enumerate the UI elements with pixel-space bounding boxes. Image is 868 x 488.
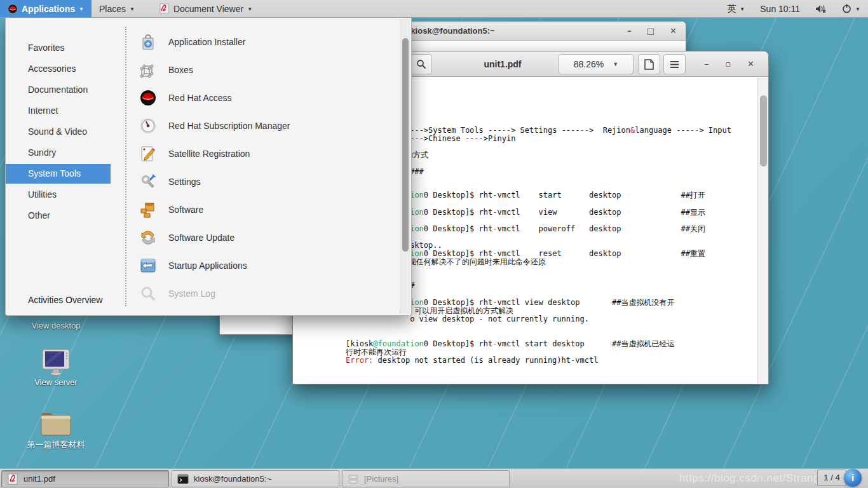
menu-separator xyxy=(125,27,126,306)
app-installer-icon xyxy=(139,33,157,51)
power-menu-button[interactable]: ▼ xyxy=(834,0,868,17)
caret-down-icon: ▼ xyxy=(79,6,84,12)
input-source-label: 英 xyxy=(727,3,736,15)
applications-menu-button[interactable]: Applications ▼ xyxy=(0,0,92,17)
app-item-label: Red Hat Access xyxy=(168,93,232,103)
volume-muted-icon xyxy=(815,4,827,14)
places-label: Places xyxy=(99,4,126,14)
category-item-system-tools[interactable]: System Tools xyxy=(6,164,111,184)
app-item-label: Boxes xyxy=(168,65,193,75)
search-button[interactable] xyxy=(410,54,432,74)
app-item-label: Satellite Registration xyxy=(168,149,250,159)
app-item-software[interactable]: Software xyxy=(139,198,393,221)
places-menu-button[interactable]: Places ▼ xyxy=(92,0,142,17)
category-item-other[interactable]: Other xyxy=(6,206,111,226)
minimize-icon[interactable]: – xyxy=(627,27,632,35)
redhat-access-icon xyxy=(139,89,157,107)
taskbar-item-unit1-pdf[interactable]: unit1.pdf xyxy=(1,470,169,487)
app-menu-button[interactable]: Document Viewer ▼ xyxy=(151,0,260,17)
app-item-settings[interactable]: Settings xyxy=(139,170,393,193)
applications-label: Applications xyxy=(22,4,75,14)
menu-scrollbar[interactable] xyxy=(400,19,410,314)
taskbar-item-label: kiosk@foundation5:~ xyxy=(194,474,271,484)
folder-icon xyxy=(21,410,91,438)
category-item-utilities[interactable]: Utilities xyxy=(6,185,111,205)
desktop-icon-第一篇博客材料[interactable]: 第一篇博客材料 xyxy=(21,410,91,451)
settings-icon xyxy=(139,173,157,191)
app-item-label: Startup Applications xyxy=(168,261,247,271)
workspace-indicator[interactable]: 1 / 4 xyxy=(817,470,846,486)
software-update-icon xyxy=(139,229,157,247)
app-item-application-installer[interactable]: Application Installer xyxy=(139,30,393,53)
top-bar: Applications ▼ Places ▼ Document Viewer … xyxy=(0,0,868,18)
satellite-registration-icon xyxy=(139,145,157,163)
redhat-logo-icon xyxy=(8,4,18,14)
caret-down-icon: ▼ xyxy=(855,6,860,12)
app-item-software-update[interactable]: Software Update xyxy=(139,226,393,249)
zoom-level-dropdown[interactable]: 88.26% ▼ xyxy=(559,54,634,74)
clock-label: Sun 10:11 xyxy=(760,4,800,14)
pictures-icon xyxy=(348,473,359,485)
boxes-icon xyxy=(139,61,157,79)
taskbar-item-label: [Pictures] xyxy=(364,474,398,484)
pdf-text-line: Error: desktop not started (is already r… xyxy=(346,356,598,365)
category-item-sound-video[interactable]: Sound & Video xyxy=(6,122,111,142)
pdf-scrollbar-thumb[interactable] xyxy=(760,95,767,166)
clock[interactable]: Sun 10:11 xyxy=(752,0,808,17)
desktop-icon-label: 第一篇博客材料 xyxy=(21,439,91,451)
subscription-manager-icon xyxy=(139,117,157,135)
volume-button[interactable] xyxy=(808,0,834,17)
chevron-down-icon: ▼ xyxy=(613,61,618,67)
maximize-icon[interactable]: □ xyxy=(647,27,654,35)
evince-icon xyxy=(7,473,18,485)
caret-down-icon: ▼ xyxy=(130,6,135,12)
monitor-icon xyxy=(21,348,91,376)
desktop-icon-view-desktop[interactable]: View desktop xyxy=(21,320,91,330)
menu-scrollbar-thumb[interactable] xyxy=(402,38,409,252)
app-item-system-log[interactable]: System Log xyxy=(139,282,393,305)
minimize-icon[interactable]: – xyxy=(705,60,709,68)
category-item-sundry[interactable]: Sundry xyxy=(6,143,111,163)
app-item-startup-applications[interactable]: Startup Applications xyxy=(139,254,393,277)
startup-applications-icon xyxy=(139,257,157,274)
category-item-documentation[interactable]: Documentation xyxy=(6,80,111,100)
pdf-text-line: o view desktop - not currently running. xyxy=(346,315,589,323)
caret-down-icon: ▼ xyxy=(247,6,252,12)
app-item-label: Red Hat Subscription Manager xyxy=(168,121,290,131)
category-item-accessories[interactable]: Accessories xyxy=(6,59,111,79)
hamburger-icon xyxy=(670,60,679,69)
watermark-logo-icon: i xyxy=(844,469,862,487)
app-item-label: Application Installer xyxy=(168,37,245,47)
app-item-label: System Log xyxy=(168,288,215,299)
app-item-satellite-registration[interactable]: Satellite Registration xyxy=(139,142,393,165)
evince-app-icon xyxy=(159,3,170,14)
category-item-internet[interactable]: Internet xyxy=(6,101,111,121)
applications-menu: FavoritesAccessoriesDocumentationInterne… xyxy=(5,18,412,316)
document-icon xyxy=(644,59,654,70)
app-item-boxes[interactable]: Boxes xyxy=(139,58,393,81)
taskbar-item-kiosk-foundation5-[interactable]: kiosk@foundation5:~ xyxy=(172,470,339,487)
menu-button[interactable] xyxy=(663,54,686,74)
input-source-button[interactable]: 英 ▼ xyxy=(719,0,752,17)
close-icon[interactable]: ✕ xyxy=(670,27,677,35)
app-item-red-hat-subscription-manager[interactable]: Red Hat Subscription Manager xyxy=(139,114,393,137)
desktop-icon-view-server[interactable]: View server xyxy=(21,348,91,387)
desktop-icon-label: View server xyxy=(21,377,91,387)
app-item-label: Settings xyxy=(168,177,201,187)
activities-overview-item[interactable]: Activities Overview xyxy=(28,295,102,305)
terminal-title: kiosk@foundation5:~ xyxy=(410,26,494,36)
maximize-icon[interactable]: ▫ xyxy=(725,60,731,68)
search-icon xyxy=(416,59,426,69)
system-log-icon xyxy=(139,285,157,302)
power-icon xyxy=(842,4,851,13)
category-item-favorites[interactable]: Favorites xyxy=(6,38,111,58)
close-icon[interactable]: ✕ xyxy=(747,60,754,68)
app-item-label: Software xyxy=(168,205,203,215)
taskbar-item--pictures-[interactable]: [Pictures] xyxy=(342,470,510,487)
csdn-watermark: https://blog.csdn.net/Stranger xyxy=(679,472,830,485)
pdf-scrollbar[interactable] xyxy=(757,78,768,384)
document-properties-button[interactable] xyxy=(638,54,660,74)
app-item-red-hat-access[interactable]: Red Hat Access xyxy=(139,86,393,109)
caret-down-icon: ▼ xyxy=(740,6,745,12)
app-menu-label: Document Viewer xyxy=(173,4,243,14)
